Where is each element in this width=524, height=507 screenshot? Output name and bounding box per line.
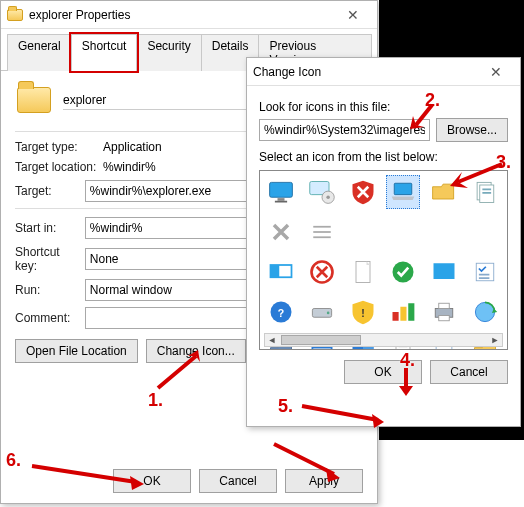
- help-circle-icon[interactable]: ?: [264, 295, 298, 329]
- svg-rect-1: [278, 198, 285, 201]
- svg-text:?: ?: [278, 307, 284, 319]
- button-label: OK: [374, 365, 391, 379]
- close-icon[interactable]: ✕: [335, 4, 371, 26]
- svg-rect-9: [483, 189, 492, 191]
- desktop-blue-icon[interactable]: [427, 255, 461, 289]
- open-file-location-button[interactable]: Open File Location: [15, 339, 138, 363]
- svg-rect-30: [409, 303, 415, 321]
- cancel-button[interactable]: Cancel: [199, 469, 277, 493]
- titlebar[interactable]: explorer Properties ✕: [1, 1, 377, 29]
- icon-file-input[interactable]: [259, 119, 430, 141]
- tab-label: Security: [147, 39, 190, 53]
- svg-rect-21: [479, 274, 490, 276]
- horizontal-scrollbar[interactable]: ◄ ►: [264, 333, 503, 347]
- svg-rect-28: [393, 312, 399, 321]
- tab-security[interactable]: Security: [136, 34, 201, 71]
- run-value: Normal window: [90, 283, 172, 297]
- svg-rect-15: [271, 265, 280, 277]
- svg-rect-10: [483, 192, 492, 194]
- tab-label: General: [18, 39, 61, 53]
- printer-icon[interactable]: [427, 295, 461, 329]
- change-icon-button[interactable]: Change Icon...: [146, 339, 246, 363]
- shield-check-icon[interactable]: [386, 255, 420, 289]
- tab-label: Details: [212, 39, 249, 53]
- ok-button[interactable]: OK: [344, 360, 422, 384]
- svg-point-26: [327, 312, 330, 315]
- svg-rect-11: [313, 226, 331, 228]
- lines-grey-icon[interactable]: [305, 215, 339, 249]
- screen-box-icon[interactable]: [264, 255, 298, 289]
- svg-rect-32: [439, 303, 450, 308]
- target-type-label: Target type:: [15, 140, 103, 154]
- svg-rect-6: [395, 183, 413, 194]
- change-icon-window: Change Icon ✕ Look for icons in this fil…: [246, 57, 521, 427]
- svg-rect-2: [275, 201, 287, 203]
- tab-general[interactable]: General: [7, 34, 72, 71]
- select-label: Select an icon from the list below:: [259, 150, 508, 164]
- target-location-label: Target location:: [15, 160, 103, 174]
- svg-rect-40: [399, 349, 408, 350]
- tab-label: Shortcut: [82, 39, 127, 53]
- hard-drive-icon[interactable]: [305, 295, 339, 329]
- icon-list: ? ! ◄ ►: [259, 170, 508, 350]
- blank-icon[interactable]: [346, 215, 380, 249]
- button-label: OK: [143, 474, 160, 488]
- laptop-icon[interactable]: [386, 175, 420, 209]
- monitor-icon[interactable]: [264, 175, 298, 209]
- page-icon[interactable]: [346, 255, 380, 289]
- tab-shortcut[interactable]: Shortcut: [71, 34, 138, 71]
- svg-rect-33: [439, 316, 450, 321]
- shield-alert-icon[interactable]: [346, 175, 380, 209]
- error-circle-icon[interactable]: [305, 255, 339, 289]
- target-label: Target:: [15, 184, 85, 198]
- svg-rect-13: [313, 236, 331, 238]
- svg-point-5: [326, 196, 330, 200]
- cancel-button[interactable]: Cancel: [430, 360, 508, 384]
- titlebar[interactable]: Change Icon ✕: [247, 58, 520, 86]
- shortcut-key-label: Shortcut key:: [15, 245, 85, 273]
- x-grey-icon[interactable]: [264, 215, 298, 249]
- button-label: Cancel: [219, 474, 256, 488]
- run-label: Run:: [15, 283, 85, 297]
- window-icon: [7, 9, 23, 21]
- button-label: Cancel: [450, 365, 487, 379]
- apply-button[interactable]: Apply: [285, 469, 363, 493]
- close-icon[interactable]: ✕: [478, 61, 514, 83]
- button-label: Apply: [309, 474, 339, 488]
- dialog-body: Look for icons in this file: Browse... S…: [247, 86, 520, 394]
- ok-button[interactable]: OK: [113, 469, 191, 493]
- svg-rect-22: [479, 277, 490, 279]
- folder-open-icon[interactable]: [427, 175, 461, 209]
- globe-refresh-icon[interactable]: [468, 295, 502, 329]
- window-title: explorer Properties: [29, 8, 130, 22]
- shield-warning-icon[interactable]: !: [346, 295, 380, 329]
- button-label: Browse...: [447, 123, 497, 137]
- app-icon[interactable]: [17, 87, 51, 113]
- checklist-icon[interactable]: [468, 255, 502, 289]
- look-label: Look for icons in this file:: [259, 100, 508, 114]
- chart-boxes-icon[interactable]: [386, 295, 420, 329]
- button-label: Change Icon...: [157, 344, 235, 358]
- window-title: Change Icon: [253, 65, 321, 79]
- svg-rect-0: [270, 182, 293, 197]
- button-label: Open File Location: [26, 344, 127, 358]
- svg-rect-12: [313, 231, 331, 233]
- blank-icon[interactable]: [386, 215, 420, 249]
- scrollbar-thumb[interactable]: [281, 335, 361, 345]
- start-in-label: Start in:: [15, 221, 85, 235]
- dialog-footer: OK Cancel Apply: [113, 469, 363, 493]
- svg-text:!: !: [361, 307, 365, 319]
- blank-icon[interactable]: [468, 215, 502, 249]
- scroll-left-icon[interactable]: ◄: [265, 334, 279, 346]
- monitor-disc-icon[interactable]: [305, 175, 339, 209]
- blank-icon[interactable]: [427, 215, 461, 249]
- svg-rect-19: [434, 263, 455, 279]
- browse-button[interactable]: Browse...: [436, 118, 508, 142]
- svg-rect-29: [401, 307, 407, 321]
- comment-label: Comment:: [15, 311, 85, 325]
- scroll-right-icon[interactable]: ►: [488, 334, 502, 346]
- documents-icon[interactable]: [468, 175, 502, 209]
